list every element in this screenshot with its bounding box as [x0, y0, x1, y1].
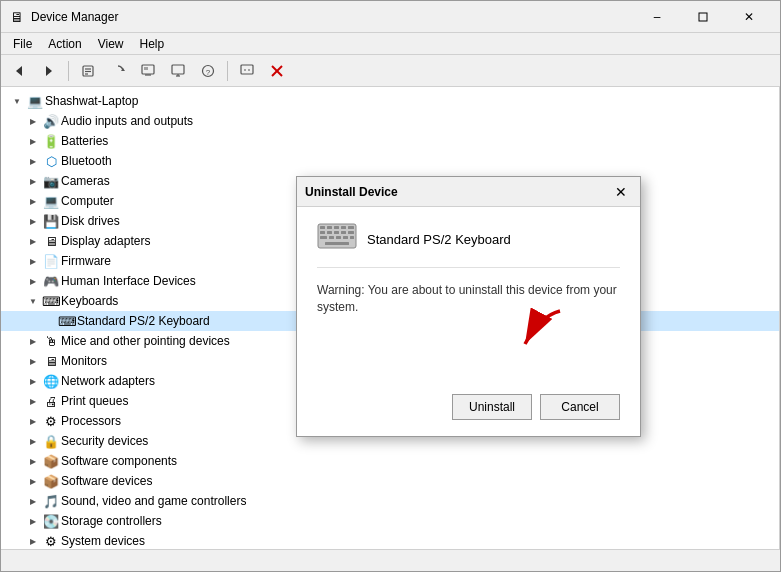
- svg-rect-27: [327, 231, 332, 234]
- forward-button[interactable]: [35, 58, 63, 84]
- dialog-warning: Warning: You are about to uninstall this…: [317, 282, 620, 316]
- svg-rect-31: [320, 236, 327, 239]
- svg-rect-26: [320, 231, 325, 234]
- window-controls: – ✕: [634, 1, 772, 33]
- svg-rect-35: [350, 236, 354, 239]
- dialog-close-button[interactable]: ✕: [610, 181, 632, 203]
- toolbar-separator-2: [227, 61, 228, 81]
- cancel-button[interactable]: Cancel: [540, 394, 620, 420]
- list-item[interactable]: ▶ 📦 Software devices: [1, 471, 779, 491]
- toolbar-separator-1: [68, 61, 69, 81]
- svg-rect-32: [329, 236, 334, 239]
- menu-action[interactable]: Action: [40, 35, 89, 53]
- menu-help[interactable]: Help: [132, 35, 173, 53]
- svg-rect-34: [343, 236, 348, 239]
- uninstall-button[interactable]: [233, 58, 261, 84]
- remove-button[interactable]: [263, 58, 291, 84]
- list-item[interactable]: ▶ ⚙ System devices: [1, 531, 779, 549]
- dialog-body: Standard PS/2 Keyboard Warning: You are …: [297, 207, 640, 436]
- window-title: Device Manager: [31, 10, 634, 24]
- dialog-title: Uninstall Device: [305, 185, 610, 199]
- minimize-button[interactable]: –: [634, 1, 680, 33]
- svg-rect-33: [336, 236, 341, 239]
- svg-rect-9: [144, 67, 148, 70]
- uninstall-confirm-button[interactable]: Uninstall: [452, 394, 532, 420]
- svg-rect-28: [334, 231, 339, 234]
- dialog-titlebar: Uninstall Device ✕: [297, 177, 640, 207]
- svg-rect-11: [172, 65, 184, 74]
- svg-rect-24: [341, 226, 346, 229]
- svg-rect-22: [327, 226, 332, 229]
- svg-rect-30: [348, 231, 354, 234]
- root-icon: 💻: [27, 93, 43, 109]
- tree-root[interactable]: ▼ 💻 Shashwat-Laptop: [1, 91, 779, 111]
- svg-rect-25: [348, 226, 354, 229]
- dialog-device-row: Standard PS/2 Keyboard: [317, 223, 620, 268]
- device-manager-window: 🖥 Device Manager – ✕ File Action View He…: [0, 0, 781, 572]
- svg-rect-29: [341, 231, 346, 234]
- list-item[interactable]: ▶ 🎵 Sound, video and game controllers: [1, 491, 779, 511]
- help-button[interactable]: ?: [194, 58, 222, 84]
- menu-view[interactable]: View: [90, 35, 132, 53]
- update-button[interactable]: [104, 58, 132, 84]
- svg-marker-1: [16, 66, 22, 76]
- svg-rect-0: [699, 13, 707, 21]
- scan-button[interactable]: [134, 58, 162, 84]
- svg-rect-21: [320, 226, 325, 229]
- title-bar: 🖥 Device Manager – ✕: [1, 1, 780, 33]
- dialog-buttons: Uninstall Cancel: [317, 386, 620, 424]
- svg-text:?: ?: [206, 68, 211, 77]
- back-button[interactable]: [5, 58, 33, 84]
- device-icon: [317, 223, 357, 255]
- toolbar: ?: [1, 55, 780, 87]
- list-item[interactable]: ▶ 💽 Storage controllers: [1, 511, 779, 531]
- uninstall-dialog: Uninstall Device ✕: [296, 176, 641, 437]
- list-item[interactable]: ▶ 🔋 Batteries: [1, 131, 779, 151]
- maximize-button[interactable]: [680, 1, 726, 33]
- monitor-button[interactable]: [164, 58, 192, 84]
- status-bar: [1, 549, 780, 571]
- list-item[interactable]: ▶ 🔊 Audio inputs and outputs: [1, 111, 779, 131]
- close-button[interactable]: ✕: [726, 1, 772, 33]
- list-item[interactable]: ▶ ⬡ Bluetooth: [1, 151, 779, 171]
- svg-marker-2: [46, 66, 52, 76]
- svg-rect-16: [241, 65, 253, 74]
- root-label: Shashwat-Laptop: [45, 94, 138, 108]
- svg-rect-36: [325, 242, 349, 245]
- device-name: Standard PS/2 Keyboard: [367, 232, 511, 247]
- app-icon: 🖥: [9, 9, 25, 25]
- list-item[interactable]: ▶ 📦 Software components: [1, 451, 779, 471]
- root-toggle: ▼: [9, 93, 25, 109]
- svg-rect-23: [334, 226, 339, 229]
- properties-button[interactable]: [74, 58, 102, 84]
- menu-file[interactable]: File: [5, 35, 40, 53]
- menu-bar: File Action View Help: [1, 33, 780, 55]
